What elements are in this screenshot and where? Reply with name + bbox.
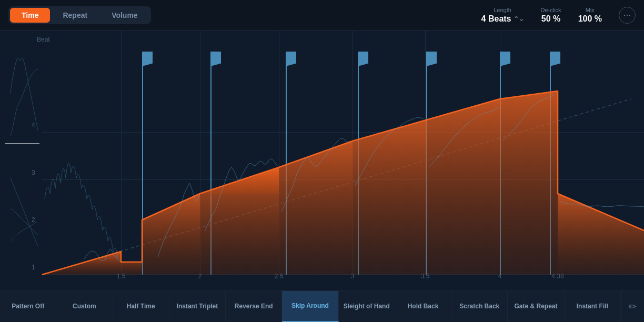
length-label: Length bbox=[494, 7, 511, 13]
pencil-icon: ✏ bbox=[629, 301, 637, 313]
more-button[interactable]: ··· bbox=[619, 7, 636, 24]
preset-custom[interactable]: Custom bbox=[56, 291, 113, 322]
top-bar: Time Repeat Volume Length 4 Beats ⌃⌄ De-… bbox=[0, 0, 644, 31]
tab-group: Time Repeat Volume bbox=[8, 6, 151, 24]
tab-volume[interactable]: Volume bbox=[100, 8, 149, 23]
mix-label: Mix bbox=[586, 7, 595, 13]
envelope-svg bbox=[0, 31, 644, 290]
length-value[interactable]: 4 Beats ⌃⌄ bbox=[481, 14, 524, 24]
bottom-bar: Pattern Off Custom Half Time Instant Tri… bbox=[0, 290, 644, 322]
preset-scratch-back[interactable]: Scratch Back bbox=[451, 291, 508, 322]
top-controls: Length 4 Beats ⌃⌄ De-click 50 % Mix 100 … bbox=[481, 7, 636, 24]
length-control: Length 4 Beats ⌃⌄ bbox=[481, 7, 524, 24]
mix-control: Mix 100 % bbox=[578, 7, 602, 24]
pencil-button[interactable]: ✏ bbox=[621, 291, 644, 322]
declick-value[interactable]: 50 % bbox=[541, 14, 560, 24]
waveform-area: Beat 1 2 3 4 1.5 2 2.5 3 3.5 4 4.38 bbox=[0, 31, 644, 290]
tab-time[interactable]: Time bbox=[10, 8, 50, 23]
declick-control: De-click 50 % bbox=[541, 7, 561, 24]
preset-reverse-end[interactable]: Reverse End bbox=[226, 291, 282, 322]
tab-repeat[interactable]: Repeat bbox=[51, 8, 99, 23]
preset-instant-fill[interactable]: Instant Fill bbox=[565, 291, 621, 322]
preset-gate-repeat[interactable]: Gate & Repeat bbox=[508, 291, 564, 322]
preset-instant-triplet[interactable]: Instant Triplet bbox=[169, 291, 226, 322]
preset-sleight-of-hand[interactable]: Sleight of Hand bbox=[339, 291, 395, 322]
preset-hold-back[interactable]: Hold Back bbox=[395, 291, 451, 322]
preset-skip-around[interactable]: Skip Around bbox=[282, 291, 338, 322]
preset-half-time[interactable]: Half Time bbox=[113, 291, 169, 322]
mix-value[interactable]: 100 % bbox=[578, 14, 602, 24]
preset-pattern-off[interactable]: Pattern Off bbox=[0, 291, 56, 322]
declick-label: De-click bbox=[541, 7, 561, 13]
chevron-icon: ⌃⌄ bbox=[514, 15, 524, 23]
